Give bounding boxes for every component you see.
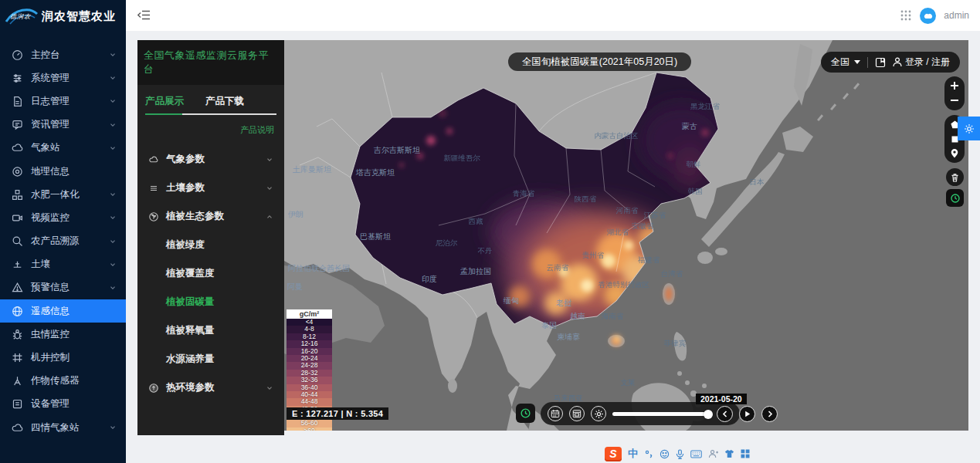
tree-leaf[interactable]: 植被覆盖度	[137, 259, 284, 288]
map-place-label: 蒙古	[682, 121, 697, 132]
brand-swoosh-icon: 德润农	[4, 5, 39, 27]
irrigation-icon	[12, 189, 23, 201]
sidebar-item[interactable]: 视频监控	[0, 206, 126, 229]
map-place-label: 吉尔吉斯斯坦	[374, 145, 420, 156]
chevron-down-icon	[109, 121, 117, 129]
map-place-label: 海南省	[602, 312, 624, 322]
log-icon	[12, 96, 23, 107]
ime-keyboard-icon[interactable]	[690, 450, 702, 458]
map-canvas[interactable]: 蒙古吉尔吉斯斯坦塔吉克斯坦土库曼斯坦伊朗巴基斯坦阿拉伯联合酋长国阿曼印度尼泊尔不…	[284, 40, 968, 431]
map-place-label: 韩国	[688, 187, 703, 197]
tree-node[interactable]: 气象参数	[137, 145, 284, 174]
ime-mode-chinese[interactable]: 中	[628, 447, 638, 461]
sogou-logo[interactable]: S	[605, 447, 622, 461]
map-place-label: 不丹	[478, 246, 493, 256]
tree-node[interactable]: 土壤参数	[137, 174, 284, 202]
map-place-label: 尼泊尔	[436, 238, 458, 248]
clear-draw-button[interactable]	[946, 168, 964, 186]
tree-leaf[interactable]: 水源涵养量	[137, 345, 284, 373]
reset-view-button[interactable]	[946, 189, 964, 207]
collapse-sidebar-icon[interactable]	[137, 9, 151, 24]
map-place-label: 菲律宾	[664, 339, 687, 349]
map-place-label: 越南	[570, 311, 585, 322]
zoom-in-button[interactable]	[950, 80, 959, 92]
chevron-down-icon	[854, 60, 860, 64]
tree-leaf[interactable]: 植被绿度	[137, 231, 284, 259]
chevron-down-icon	[266, 184, 273, 192]
tree-leaf[interactable]: 植被释氧量	[137, 316, 284, 345]
sidebar-item[interactable]: 主控台	[0, 43, 126, 66]
tree-node[interactable]: 植被生态参数	[137, 202, 284, 231]
map-place-label: 西藏	[469, 217, 483, 227]
chevron-down-icon	[109, 144, 117, 152]
map-place-label: 内蒙古自治区	[595, 131, 639, 141]
ime-mic-icon[interactable]	[676, 449, 684, 459]
panel-tabs: 产品展示产品下载	[137, 85, 284, 113]
sidebar-item[interactable]: 设备管理	[0, 393, 126, 416]
sidebar-item[interactable]: 土壤	[0, 253, 126, 276]
ime-toolbar: S 中	[605, 445, 750, 462]
map-place-label: 江苏省	[644, 211, 666, 221]
map-place-label: 福建省	[638, 255, 660, 265]
tree-leaf[interactable]: 植被固碳量	[137, 288, 284, 316]
remote-sensing-icon	[12, 306, 23, 317]
calendar-month-icon[interactable]	[569, 406, 585, 421]
chevron-down-icon	[266, 156, 273, 164]
sidebar-item-label: 气象站	[31, 141, 60, 154]
tree-node[interactable]: 热环境参数	[137, 373, 284, 402]
timeline-slider-track[interactable]	[612, 412, 710, 416]
tab-product-display[interactable]: 产品展示	[145, 95, 184, 108]
brand-title: 润农智慧农业	[42, 9, 116, 24]
sidebar-item[interactable]: 机井控制	[0, 346, 126, 369]
map-place-label: 缅甸	[504, 296, 519, 306]
map-settings-button[interactable]	[958, 117, 980, 140]
timeline-slider-handle[interactable]	[704, 410, 713, 419]
sidebar-item[interactable]: 气象站	[0, 137, 126, 160]
tree-node-label: 气象参数	[166, 153, 205, 166]
station-icon	[12, 422, 23, 434]
play-button[interactable]	[739, 406, 755, 422]
ime-punctuation-icon[interactable]	[644, 449, 653, 458]
apps-grid-icon[interactable]	[900, 9, 912, 22]
timeline-date-tooltip: 2021-05-20	[696, 394, 747, 404]
sidebar-item[interactable]: 水肥一体化	[0, 183, 126, 206]
sidebar-item[interactable]: 日志管理	[0, 90, 126, 113]
chevron-up-icon	[266, 213, 273, 221]
tree-node-label: 植被生态参数	[166, 210, 224, 223]
brand-logo: 德润农 润农智慧农业	[0, 0, 126, 32]
timeline-reset-button[interactable]	[516, 404, 535, 423]
region-selector-label: 全国	[831, 56, 849, 69]
ime-emoji-icon[interactable]	[660, 449, 670, 459]
region-selector[interactable]: 全国	[831, 56, 860, 69]
bookmark-book-icon[interactable]	[875, 57, 886, 68]
video-icon	[12, 212, 23, 224]
map-place-label: 土库曼斯坦	[293, 164, 331, 175]
ime-skin-clothes-icon[interactable]	[724, 449, 734, 458]
sidebar-item-label: 四情气象站	[31, 421, 80, 434]
ime-user-plus-icon[interactable]	[708, 449, 718, 458]
product-note-link[interactable]: 产品说明	[137, 115, 284, 137]
sidebar-item-label: 机井控制	[31, 351, 70, 364]
sidebar-item[interactable]: 预警信息	[0, 276, 126, 299]
sidebar-item[interactable]: 虫情监控	[0, 323, 126, 346]
previous-frame-button[interactable]	[717, 406, 733, 422]
chevron-down-icon	[109, 261, 117, 269]
sidebar-item[interactable]: 农产品溯源	[0, 230, 126, 253]
sidebar-item[interactable]: 遥感信息	[0, 299, 126, 323]
chevron-down-icon	[109, 74, 117, 82]
calendar-icon[interactable]	[548, 406, 563, 421]
timeline-settings-icon[interactable]	[591, 406, 606, 421]
avatar[interactable]	[920, 8, 936, 24]
next-frame-button[interactable]	[761, 406, 778, 422]
marker-tool-icon[interactable]	[950, 148, 959, 158]
sidebar-item[interactable]: 作物传感器	[0, 370, 126, 393]
ime-toolbox-icon[interactable]	[741, 449, 750, 458]
login-register-button[interactable]: 登录 / 注册	[893, 56, 950, 69]
tab-product-download[interactable]: 产品下载	[205, 95, 244, 108]
sidebar-item[interactable]: 四情气象站	[0, 416, 126, 439]
sidebar-item[interactable]: 地理信息	[0, 160, 126, 183]
zoom-out-button[interactable]	[950, 95, 959, 106]
sidebar-item[interactable]: 资讯管理	[0, 113, 126, 137]
map-place-label: 老挝	[556, 298, 571, 309]
sidebar-item[interactable]: 系统管理	[0, 66, 126, 90]
